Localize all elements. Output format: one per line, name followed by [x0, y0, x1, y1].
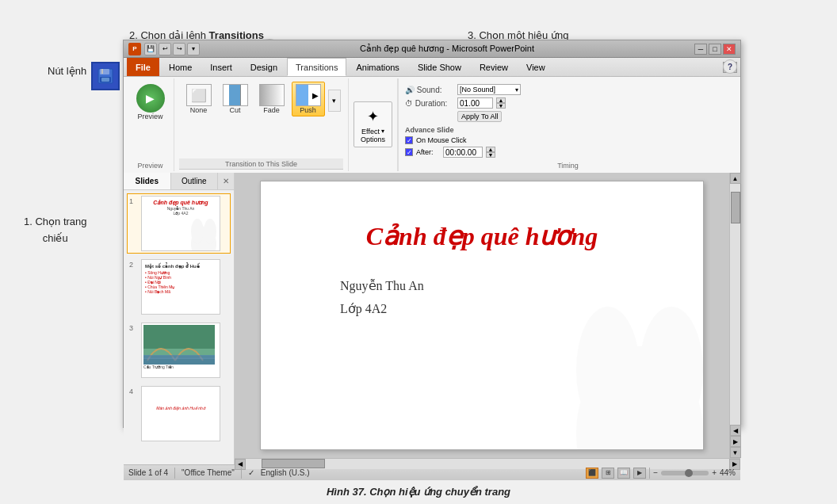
duration-down[interactable]: ▼ [496, 103, 506, 109]
main-slide-area: Cảnh đẹp quê hương Nguyễn Thu An Lớp 4A2 [235, 173, 729, 458]
svg-point-11 [191, 219, 204, 244]
tab-insert[interactable]: Insert [201, 58, 241, 76]
scroll-up-btn[interactable]: ▲ [730, 173, 741, 184]
preview-btn[interactable]: ▶ Preview [132, 82, 169, 123]
close-btn[interactable]: ✕ [723, 44, 736, 55]
tab-review[interactable]: Review [471, 58, 517, 76]
maximize-btn[interactable]: □ [709, 44, 721, 55]
slide-preview-4: Màn ảnh điện ảnh Huế nhớ [141, 386, 220, 441]
annotation-chon-trang: 1. Chọn trang chiếu [24, 214, 87, 247]
qa-save-btn[interactable]: 💾 [144, 43, 157, 55]
figure-caption: Hình 37. Chọn hiệu ứng chuyển trang [327, 486, 510, 498]
expand-btn2[interactable]: ▶ [730, 436, 741, 447]
ribbon-group-transitions: ⬜ None Cut Fade [174, 78, 349, 171]
slide-preview-1: Cảnh đẹp quê hương Nguyễn Thu AnLớp 4A2 [141, 196, 220, 251]
transitions-more-btn[interactable]: ▾ [328, 82, 341, 112]
apply-to-all-btn[interactable]: Apply To All [457, 111, 502, 122]
after-checkbox[interactable]: ✓ [405, 148, 413, 156]
qa-redo-btn[interactable]: ↪ [173, 43, 185, 55]
after-input[interactable] [443, 147, 483, 158]
slide-thumb-4[interactable]: 4 Màn ảnh điện ảnh Huế nhớ [127, 384, 231, 444]
tab-file[interactable]: File [127, 58, 159, 76]
effect-options-label: Options [361, 136, 385, 143]
on-mouse-checkbox[interactable]: ✓ [405, 136, 413, 144]
preview-icon: ▶ [136, 84, 165, 113]
save-icon [91, 62, 120, 90]
transition-push-btn[interactable]: ▶ Push [292, 82, 325, 116]
normal-view-btn[interactable]: ⬛ [586, 468, 598, 479]
transition-fade-btn[interactable]: Fade [255, 82, 289, 116]
reading-view-btn[interactable]: 📖 [617, 468, 630, 479]
thumb1-sub: Nguyễn Thu AnLớp 4A2 [145, 206, 216, 216]
zoom-plus-btn[interactable]: + [712, 468, 717, 477]
duration-up[interactable]: ▲ [496, 97, 506, 103]
main-slide: Cảnh đẹp quê hương Nguyễn Thu An Lớp 4A2 [260, 181, 704, 450]
slide-num-4: 4 [129, 386, 139, 395]
slide-thumb-1[interactable]: 1 Cảnh đẹp quê hương Nguyễn Thu AnLớp 4A… [127, 193, 231, 254]
tab-view[interactable]: View [518, 58, 554, 76]
expand-btn[interactable]: ◀ [730, 425, 741, 436]
slides-panel-tabs: Slides Outline ✕ [124, 173, 234, 190]
after-row: ✓ After: ▲ ▼ [405, 147, 731, 158]
slide-main-title: Cảnh đẹp quê hương [261, 221, 703, 251]
apply-row: Apply To All [405, 111, 731, 122]
sound-dropdown[interactable]: [No Sound] ▾ [457, 84, 521, 95]
svg-point-12 [204, 219, 216, 244]
help-btn[interactable]: ? [723, 59, 737, 74]
svg-point-18 [576, 307, 640, 433]
duration-input[interactable] [457, 97, 493, 109]
after-down[interactable]: ▼ [486, 152, 495, 158]
zoom-minus-btn[interactable]: − [653, 468, 658, 477]
quick-access-toolbar: 💾 ↩ ↪ ▾ [144, 43, 200, 55]
slide-info: Slide 1 of 4 [128, 468, 168, 477]
duration-row: ⏱ Duration: ▲ ▼ [405, 97, 731, 109]
tab-slideshow[interactable]: Slide Show [409, 58, 470, 76]
slide-preview-1-content: Cảnh đẹp quê hương Nguyễn Thu AnLớp 4A2 [142, 197, 220, 250]
expand-btns: ◀ ▶ [730, 425, 741, 447]
status-sep-2 [241, 468, 242, 479]
status-sep-3 [649, 468, 650, 479]
thumb3-caption: Cầu Trường Tiền [143, 365, 174, 369]
slideshow-view-btn[interactable]: ▶ [633, 468, 646, 479]
thumb3-bridge-img [143, 325, 215, 365]
transition-none-btn[interactable]: ⬜ None [182, 82, 216, 116]
qa-dropdown-btn[interactable]: ▾ [187, 43, 200, 55]
fade-label: Fade [263, 106, 280, 114]
qa-undo-btn[interactable]: ↩ [159, 43, 171, 55]
effect-options-btn[interactable]: ✦ Effect ▾ Options [354, 101, 392, 147]
annotation-chon-trang-line2: chiếu [43, 232, 68, 244]
slide-thumb-2[interactable]: 2 Một số cảnh đẹp ở Huế • Sông Hương • N… [127, 257, 231, 317]
slide-preview-2: Một số cảnh đẹp ở Huế • Sông Hương • Núi… [141, 259, 220, 315]
tab-design[interactable]: Design [242, 58, 286, 76]
none-label: None [190, 106, 208, 114]
language-info: English (U.S.) [261, 468, 310, 477]
fade-icon [259, 84, 285, 106]
duration-label: ⏱ Duration: [405, 99, 454, 108]
scroll-down-btn[interactable]: ▼ [730, 447, 741, 458]
slide-view-container: Cảnh đẹp quê hương Nguyễn Thu An Lớp 4A2… [235, 173, 740, 464]
effect-btn-container: ✦ Effect ▾ Options [354, 80, 392, 168]
zoom-slider[interactable] [661, 471, 709, 475]
slide-thumb-3[interactable]: 3 [127, 320, 231, 380]
tab-transitions[interactable]: Transitions [287, 58, 346, 76]
spellcheck-icon: ✓ [248, 468, 254, 477]
outline-tab[interactable]: Outline [171, 173, 219, 189]
tab-home[interactable]: Home [160, 58, 201, 76]
slide-sorter-btn[interactable]: ⊞ [602, 468, 614, 479]
save-icon-decoration [91, 62, 120, 90]
transition-group-label: Transition to This Slide [179, 158, 343, 170]
slides-tab[interactable]: Slides [124, 173, 171, 189]
thumb1-title: Cảnh đẹp quê hương [145, 200, 216, 206]
window-controls: ─ □ ✕ [694, 44, 736, 55]
transition-cut-btn[interactable]: Cut [219, 82, 252, 116]
close-panel-btn[interactable]: ✕ [218, 173, 234, 189]
ppt-window: P 💾 ↩ ↪ ▾ Cảnh đẹp quê hương - Microsoft… [123, 40, 741, 428]
ribbon-group-preview: ▶ Preview Preview [127, 78, 174, 171]
tab-animations[interactable]: Animations [347, 58, 407, 76]
minimize-btn[interactable]: ─ [694, 44, 707, 55]
slide-preview-3: Cầu Trường Tiền [141, 323, 220, 378]
sound-label: 🔊 Sound: [405, 86, 454, 94]
on-mouse-row: ✓ On Mouse Click [405, 136, 731, 144]
after-up[interactable]: ▲ [486, 147, 495, 152]
status-bar-right: ⬛ ⊞ 📖 ▶ − + 44% [586, 468, 736, 479]
